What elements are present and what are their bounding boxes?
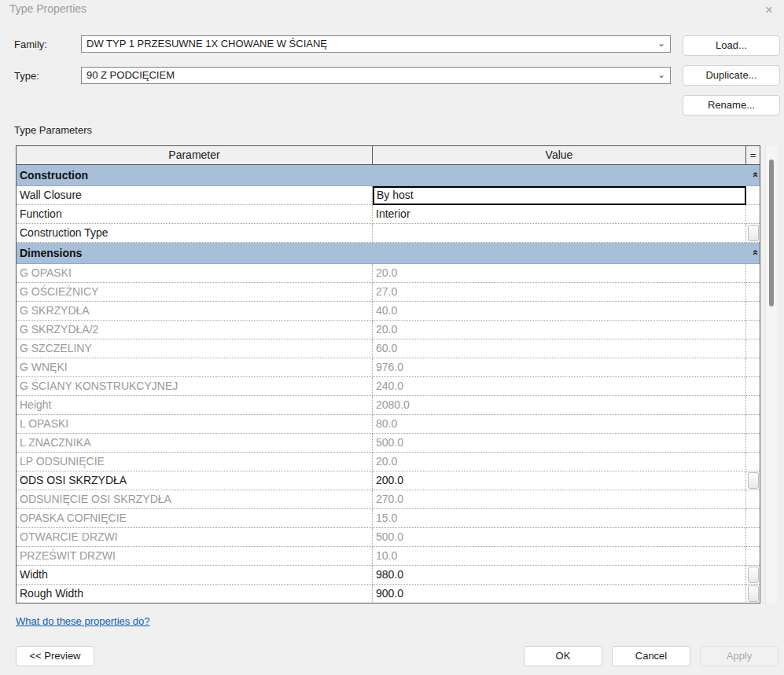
chevron-down-icon: ⌄ (657, 68, 665, 83)
equals-cell (746, 321, 760, 339)
equals-cell (746, 547, 760, 566)
preview-button[interactable]: << Preview (16, 646, 94, 666)
parameter-name-cell: G SZCZELINY (17, 339, 373, 358)
duplicate-button[interactable]: Duplicate... (683, 65, 780, 86)
section-header-dimensions[interactable]: Dimensions» (17, 243, 760, 264)
table-row: FunctionInterior (17, 205, 760, 224)
apply-button: Apply (700, 646, 778, 666)
type-parameters-table: Parameter Value = Construction»Wall Clos… (16, 145, 760, 603)
equals-cell (746, 566, 760, 585)
table-row: L OPASKI80.0 (17, 415, 760, 434)
parameter-name-cell: LP ODSUNIĘCIE (17, 453, 373, 471)
type-parameters-label: Type Parameters (14, 124, 92, 136)
equals-cell (746, 358, 760, 377)
associate-parameter-button[interactable] (748, 472, 759, 489)
parameter-name-cell: OPASKA COFNIĘCIE (17, 509, 373, 528)
family-dropdown[interactable]: DW TYP 1 PRZESUWNE 1X CHOWANE W ŚCIANĘ ⌄ (81, 35, 671, 53)
parameter-value-cell[interactable]: 10.0 (373, 547, 746, 566)
table-row: OPASKA COFNIĘCIE15.0 (17, 509, 760, 528)
parameter-value-cell[interactable]: 270.0 (373, 490, 746, 509)
parameter-name-cell: Construction Type (17, 224, 373, 243)
parameter-value-cell[interactable]: 980.0 (373, 566, 746, 585)
parameter-value-cell[interactable]: 20.0 (373, 264, 746, 283)
type-properties-dialog: Type Properties × Family: DW TYP 1 PRZES… (0, 0, 784, 675)
associate-parameter-button[interactable] (748, 585, 759, 602)
parameter-name-cell: L OPASKI (17, 415, 373, 434)
equals-cell (746, 528, 760, 547)
section-header-construction[interactable]: Construction» (17, 165, 760, 186)
parameter-value-cell[interactable]: 27.0 (373, 283, 746, 302)
parameter-value-cell[interactable]: 20.0 (373, 321, 746, 339)
parameter-value-cell[interactable]: 976.0 (373, 358, 746, 377)
parameter-name-cell: Rough Width (17, 585, 373, 603)
section-header-label: Construction (20, 169, 88, 182)
associate-parameter-button[interactable] (748, 225, 759, 241)
equals-cell (746, 471, 760, 490)
parameter-value-cell[interactable]: 500.0 (373, 528, 746, 547)
table-header-row: Parameter Value = (17, 146, 760, 165)
parameter-value-cell[interactable]: 80.0 (373, 415, 746, 434)
equals-column-header: = (746, 146, 760, 164)
table-row: G WNĘKI976.0 (17, 358, 760, 377)
parameter-column-header[interactable]: Parameter (17, 146, 373, 164)
cancel-button[interactable]: Cancel (612, 646, 690, 666)
table-row: G SZCZELINY60.0 (17, 339, 760, 358)
parameter-name-cell: Function (17, 205, 373, 224)
family-label: Family: (14, 39, 47, 50)
collapse-section-icon[interactable]: » (749, 172, 760, 178)
ok-button[interactable]: OK (524, 646, 602, 666)
associate-parameter-button[interactable] (748, 567, 759, 583)
rename-button[interactable]: Rename... (683, 95, 780, 116)
equals-cell (746, 377, 760, 396)
family-dropdown-value: DW TYP 1 PRZESUWNE 1X CHOWANE W ŚCIANĘ (86, 38, 327, 50)
parameter-name-cell: Width (17, 566, 373, 585)
parameter-name-cell: G OPASKI (17, 264, 373, 283)
parameter-value-cell[interactable]: 200.0 (373, 471, 746, 490)
load-button[interactable]: Load... (683, 35, 780, 56)
table-row: ODS OSI SKRZYDŁA200.0 (17, 471, 760, 490)
equals-cell (746, 283, 760, 302)
parameter-name-cell: Height (17, 396, 373, 415)
parameter-name-cell: PRZEŚWIT DRZWI (17, 547, 373, 566)
parameter-name-cell: ODSUNIĘCIE OSI SKRZYDŁA (17, 490, 373, 509)
parameter-value-cell[interactable]: Interior (373, 205, 746, 224)
table-row: Height2080.0 (17, 396, 760, 415)
chevron-down-icon: ⌄ (657, 36, 665, 52)
parameter-value-cell[interactable]: 2080.0 (373, 396, 746, 415)
equals-cell (746, 509, 760, 528)
collapse-section-icon[interactable]: » (749, 250, 760, 255)
scrollbar-thumb[interactable] (769, 160, 774, 306)
table-row: L ZNACZNIKA500.0 (17, 434, 760, 453)
table-row: G ŚCIANY KONSTRUKCYJNEJ240.0 (17, 377, 760, 396)
properties-help-link[interactable]: What do these properties do? (16, 615, 150, 627)
parameter-value-cell[interactable]: By host (373, 186, 746, 205)
table-body: Construction»Wall ClosureBy hostFunction… (17, 165, 760, 603)
type-dropdown-value: 90 Z PODCIĘCIEM (86, 69, 175, 81)
parameter-value-cell[interactable]: 900.0 (373, 585, 746, 603)
equals-cell (746, 339, 760, 358)
equals-cell (746, 186, 760, 205)
parameter-value-cell[interactable]: 40.0 (373, 302, 746, 321)
parameter-value-cell[interactable]: 60.0 (373, 339, 746, 358)
parameter-name-cell: Wall Closure (17, 186, 373, 205)
close-icon[interactable]: × (760, 2, 778, 19)
vertical-scrollbar[interactable] (765, 146, 777, 603)
equals-cell (746, 264, 760, 283)
parameter-value-cell[interactable]: 20.0 (373, 453, 746, 471)
type-dropdown[interactable]: 90 Z PODCIĘCIEM ⌄ (81, 67, 671, 84)
table-row: G SKRZYDŁA/220.0 (17, 321, 760, 339)
table-row: G OPASKI20.0 (17, 264, 760, 283)
table-row: PRZEŚWIT DRZWI10.0 (17, 547, 760, 566)
parameter-name-cell: OTWARCIE DRZWI (17, 528, 373, 547)
table-row: Rough Width900.0 (17, 585, 760, 603)
table-row: Construction Type (17, 224, 760, 243)
parameter-value-cell[interactable]: 500.0 (373, 434, 746, 453)
parameter-name-cell: G WNĘKI (17, 358, 373, 377)
parameter-value-cell[interactable]: 240.0 (373, 377, 746, 396)
value-column-header[interactable]: Value (373, 146, 746, 164)
parameter-value-cell[interactable]: 15.0 (373, 509, 746, 528)
parameter-value-cell[interactable] (373, 224, 746, 243)
equals-cell (746, 205, 760, 224)
parameter-name-cell: G SKRZYDŁA/2 (17, 321, 373, 339)
table-row: LP ODSUNIĘCIE20.0 (17, 453, 760, 471)
